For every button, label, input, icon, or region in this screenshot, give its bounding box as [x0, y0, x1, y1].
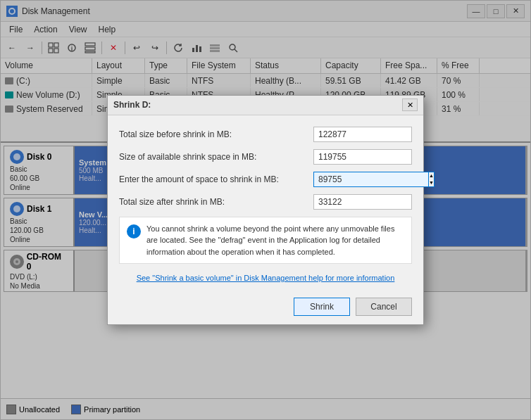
form-value-0: 122877 [313, 127, 412, 142]
dialog-title-bar: Shrink D: ✕ [108, 96, 423, 115]
help-link[interactable]: See "Shrink a basic volume" in Disk Mana… [119, 269, 412, 286]
main-window: Disk Management — □ ✕ File Action View H… [0, 0, 531, 420]
modal-overlay: Shrink D: ✕ Total size before shrink in … [1, 1, 530, 419]
form-value-3: 33122 [313, 194, 412, 210]
info-box: i You cannot shrink a volume beyond the … [119, 217, 412, 265]
form-row-1: Size of available shrink space in MB: 11… [119, 149, 412, 165]
form-label-2: Enter the amount of space to shrink in M… [119, 174, 313, 184]
form-row-0: Total size before shrink in MB: 122877 [119, 127, 412, 142]
info-icon: i [127, 224, 141, 238]
dialog-close-button[interactable]: ✕ [402, 98, 418, 111]
form-value-1: 119755 [313, 149, 412, 165]
spin-buttons: ▲ ▼ [428, 172, 435, 187]
form-label-3: Total size after shrink in MB: [119, 197, 313, 207]
shrink-dialog: Shrink D: ✕ Total size before shrink in … [107, 95, 424, 326]
shrink-button[interactable]: Shrink [294, 298, 350, 316]
dialog-content: Total size before shrink in MB: 122877 S… [108, 115, 423, 293]
info-text: You cannot shrink a volume beyond the po… [146, 223, 404, 258]
shrink-amount-input[interactable] [313, 172, 428, 187]
shrink-input-group: ▲ ▼ [313, 172, 412, 187]
form-label-0: Total size before shrink in MB: [119, 129, 313, 139]
dialog-buttons: Shrink Cancel [108, 292, 423, 324]
form-row-2: Enter the amount of space to shrink in M… [119, 172, 412, 187]
spin-down-button[interactable]: ▼ [429, 179, 434, 186]
form-label-1: Size of available shrink space in MB: [119, 152, 313, 162]
spin-up-button[interactable]: ▲ [429, 172, 434, 179]
form-row-3: Total size after shrink in MB: 33122 [119, 194, 412, 210]
dialog-title: Shrink D: [113, 100, 402, 110]
cancel-button[interactable]: Cancel [356, 298, 412, 316]
